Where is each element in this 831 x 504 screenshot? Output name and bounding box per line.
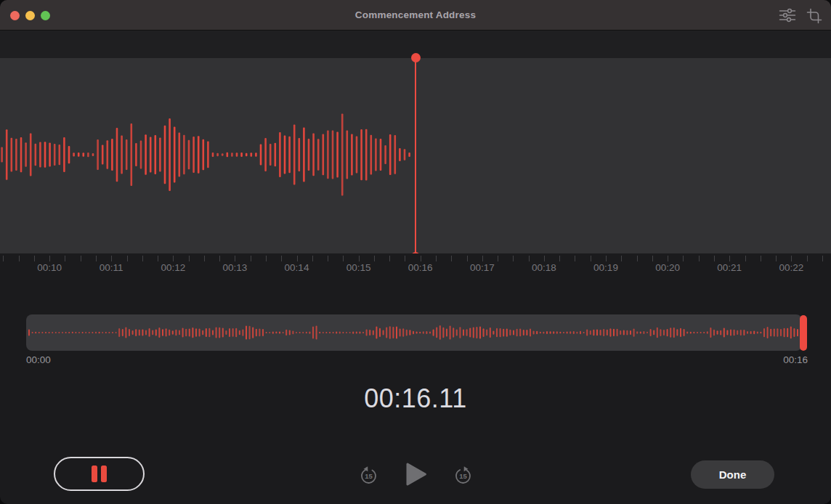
ruler-tick	[714, 256, 715, 261]
ruler-tick	[142, 256, 143, 261]
ruler-tick	[544, 256, 545, 261]
overview-position-handle[interactable]	[800, 315, 807, 351]
ruler-label: 00:21	[717, 262, 742, 273]
svg-text:15: 15	[459, 472, 467, 480]
overview-start-time: 00:00	[26, 354, 51, 365]
ruler-tick	[235, 256, 235, 261]
ruler-tick	[482, 256, 483, 261]
elapsed-time-display: 00:16.11	[0, 383, 831, 414]
overview-end-time: 00:16	[755, 354, 808, 365]
ruler-tick	[251, 256, 251, 261]
playback-settings-button[interactable]	[779, 8, 796, 25]
ruler-tick	[158, 256, 158, 261]
play-icon	[405, 478, 427, 489]
ruler-tick	[699, 256, 700, 261]
ruler-tick	[328, 256, 328, 261]
ruler-tick	[575, 256, 575, 261]
playhead-top-dot[interactable]	[411, 53, 421, 62]
ruler-label: 00:13	[222, 262, 247, 273]
ruler-tick	[343, 256, 344, 261]
ruler-tick	[96, 256, 97, 261]
ruler-tick	[127, 256, 128, 261]
ruler-tick	[389, 256, 390, 261]
ruler-tick	[65, 256, 65, 261]
crop-trim-button[interactable]	[806, 8, 822, 26]
ruler-tick	[591, 256, 591, 261]
ruler-tick	[683, 256, 684, 261]
ruler-tick	[219, 256, 220, 261]
ruler-tick	[19, 256, 20, 261]
ruler-tick	[559, 256, 560, 261]
ruler-tick	[81, 256, 81, 261]
window-title: Commencement Address	[0, 0, 831, 31]
skip-forward-15-button[interactable]: 15	[453, 465, 473, 487]
ruler-tick	[606, 256, 607, 261]
ruler-tick	[421, 256, 421, 261]
ruler-tick	[405, 256, 405, 261]
ruler-tick	[761, 256, 761, 261]
ruler-tick	[173, 256, 174, 261]
ruler-tick	[529, 256, 530, 261]
play-button[interactable]	[405, 462, 427, 489]
pause-icon	[101, 466, 107, 482]
ruler-tick	[281, 256, 282, 261]
ruler-tick	[652, 256, 653, 261]
ruler-label: 00:18	[532, 262, 556, 273]
ruler-tick	[111, 256, 112, 261]
ruler-tick	[729, 256, 730, 261]
ruler-tick	[266, 256, 267, 261]
ruler-tick	[436, 256, 437, 261]
titlebar[interactable]: Commencement Address	[0, 0, 831, 31]
skip-back-15-icon: 15	[359, 476, 378, 487]
playhead-line[interactable]	[415, 58, 417, 256]
overview-waveform	[28, 314, 800, 351]
ruler-label: 00:19	[593, 262, 618, 273]
pause-recording-button[interactable]	[54, 457, 145, 491]
overview-strip[interactable]	[26, 314, 802, 351]
ruler-tick	[621, 256, 622, 261]
ruler-tick	[189, 256, 190, 261]
ruler-label: 00:16	[408, 262, 433, 273]
ruler-label: 00:15	[346, 262, 371, 273]
ruler-label: 00:11	[100, 262, 123, 273]
ruler-tick	[49, 256, 50, 261]
ruler-tick	[467, 256, 468, 261]
ruler-tick	[451, 256, 452, 261]
ruler-tick	[791, 256, 792, 261]
skip-forward-15-icon: 15	[453, 476, 473, 487]
timeline-ruler[interactable]: 00:0900:1000:1100:1200:1300:1400:1500:16…	[0, 253, 831, 281]
ruler-tick	[374, 256, 375, 261]
crop-icon	[806, 15, 822, 26]
ruler-tick	[3, 256, 4, 261]
ruler-tick	[297, 256, 298, 261]
ruler-tick	[637, 256, 638, 261]
pause-icon	[92, 466, 97, 482]
ruler-tick	[498, 256, 498, 261]
ruler-tick	[204, 256, 205, 261]
ruler-tick	[822, 256, 823, 261]
done-button[interactable]: Done	[691, 460, 774, 489]
ruler-tick	[359, 256, 360, 261]
ruler-tick	[668, 256, 668, 261]
ruler-label: 00:12	[161, 262, 185, 273]
ruler-tick	[745, 256, 746, 261]
ruler-label: 00:20	[655, 262, 680, 273]
ruler-tick	[34, 256, 35, 261]
ruler-label: 00:22	[779, 262, 803, 273]
ruler-label: 00:17	[470, 262, 495, 273]
voice-memos-recording-window: Commencement Address	[0, 0, 831, 504]
ruler-tick	[312, 256, 313, 261]
ruler-tick	[807, 256, 808, 261]
skip-back-15-button[interactable]: 15	[359, 465, 378, 487]
ruler-label: 00:14	[285, 262, 309, 273]
svg-text:15: 15	[365, 472, 373, 480]
ruler-tick	[776, 256, 777, 261]
ruler-tick	[513, 256, 514, 261]
sliders-icon	[779, 14, 796, 25]
recording-waveform	[0, 58, 411, 253]
ruler-label: 00:10	[37, 262, 62, 273]
